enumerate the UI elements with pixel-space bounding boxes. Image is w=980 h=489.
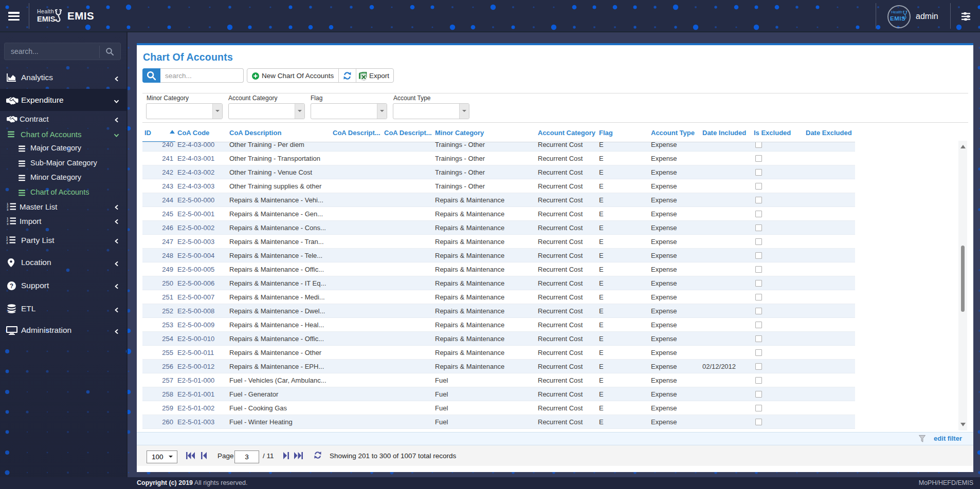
svg-text:3: 3 <box>7 222 9 225</box>
svg-text:3: 3 <box>7 208 9 211</box>
svg-text:3: 3 <box>6 241 8 244</box>
svg-text:?: ? <box>10 283 13 290</box>
